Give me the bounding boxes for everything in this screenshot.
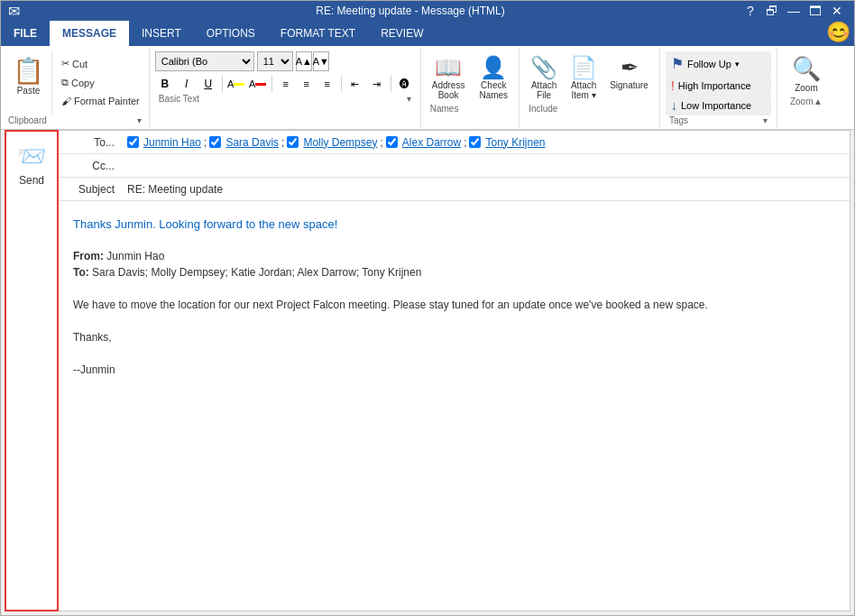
high-importance-icon: ! xyxy=(671,78,675,93)
to-checkbox-alex[interactable] xyxy=(386,136,398,148)
include-group: 📎 Attach File 📄 Attach Item ▾ ✒ Signatur… xyxy=(519,48,660,127)
clipboard-group-label: Clipboard ▾ xyxy=(5,115,145,127)
bold-button[interactable]: B xyxy=(155,74,175,94)
format-clear-button[interactable]: 🅐 xyxy=(395,74,415,94)
original-body: We have to move the location for our nex… xyxy=(73,297,835,313)
align-left-button[interactable]: ≡ xyxy=(276,74,296,94)
copy-button[interactable]: ⧉ Copy xyxy=(56,74,145,91)
title-bar-controls: ? 🗗 — 🗖 ✕ xyxy=(740,1,847,21)
cut-button[interactable]: ✂ Cut xyxy=(56,55,145,72)
basic-text-expand-icon[interactable]: ▾ xyxy=(407,94,411,104)
clipboard-group: 📋 Paste ✂ Cut ⧉ Copy 🖌 xyxy=(1,48,150,127)
signature-label: Signature xyxy=(610,80,648,90)
original-from-line: From: Junmin Hao xyxy=(73,248,835,264)
zoom-label: Zoom xyxy=(795,83,818,93)
font-size-select[interactable]: 11 xyxy=(257,51,293,71)
address-book-icon: 📖 xyxy=(435,55,462,80)
to-checkbox-junmin[interactable] xyxy=(127,136,139,148)
tab-insert[interactable]: INSERT xyxy=(129,21,194,46)
restore-button[interactable]: 🗗 xyxy=(762,1,782,21)
original-to-label: To: xyxy=(73,266,89,279)
send-label: Send xyxy=(19,174,44,187)
to-recipient-molly[interactable]: Molly Dempsey xyxy=(303,136,377,149)
follow-up-icon: ⚑ xyxy=(671,55,684,72)
include-group-label: Include xyxy=(525,104,654,115)
align-right-button[interactable]: ≡ xyxy=(317,74,337,94)
maximize-button[interactable]: 🗖 xyxy=(805,1,825,21)
cc-button[interactable]: Cc... xyxy=(59,157,122,175)
font-family-select[interactable]: Calibri (Bo xyxy=(155,51,254,71)
zoom-button[interactable]: 🔍 Zoom xyxy=(786,51,826,97)
to-checkbox-molly[interactable] xyxy=(287,136,299,148)
format-painter-icon: 🖌 xyxy=(61,96,71,106)
tab-message[interactable]: MESSAGE xyxy=(50,21,129,46)
low-importance-button[interactable]: ↓ Low Importance xyxy=(666,96,771,115)
emoji-button[interactable]: 😊 xyxy=(823,19,854,46)
cc-field[interactable] xyxy=(122,157,850,175)
low-importance-icon: ↓ xyxy=(671,98,677,113)
cc-row: Cc... xyxy=(59,154,850,178)
paste-icon: 📋 xyxy=(13,56,44,86)
check-names-icon: 👤 xyxy=(480,55,507,80)
tags-expand-icon[interactable]: ▾ xyxy=(763,115,768,125)
main-area: 📨 Send To... Junmin Hao ; Sara Davis ; M… xyxy=(5,130,850,611)
close-button[interactable]: ✕ xyxy=(827,1,847,21)
highlight-color-button[interactable]: A xyxy=(226,74,246,94)
tab-file[interactable]: FILE xyxy=(1,21,50,46)
font-size-increase[interactable]: A▲ xyxy=(296,51,312,71)
tab-review[interactable]: REVIEW xyxy=(368,21,436,46)
to-checkbox-sara[interactable] xyxy=(209,136,221,148)
cc-input[interactable] xyxy=(127,160,844,172)
email-body[interactable]: Thanks Junmin. Looking forward to the ne… xyxy=(59,201,850,611)
paste-button[interactable]: 📋 Paste xyxy=(5,51,52,115)
to-recipient-tony[interactable]: Tony Krijnen xyxy=(485,136,545,149)
format-painter-button[interactable]: 🖌 Format Painter xyxy=(56,93,145,109)
font-size-buttons: A▲ A▼ xyxy=(296,51,329,71)
signature-line: --Junmin xyxy=(73,362,835,378)
increase-indent-button[interactable]: ⇥ xyxy=(367,74,387,94)
font-size-decrease[interactable]: A▼ xyxy=(313,51,329,71)
cut-icon: ✂ xyxy=(61,58,69,69)
signature-icon: ✒ xyxy=(621,55,639,80)
tab-options[interactable]: OPTIONS xyxy=(194,21,268,46)
attach-file-button[interactable]: 📎 Attach File xyxy=(525,51,563,104)
font-color-button[interactable]: A xyxy=(248,74,268,94)
follow-up-button[interactable]: ⚑ Follow Up ▾ xyxy=(666,51,771,76)
subject-label: Subject xyxy=(59,180,122,198)
attach-item-label: Attach Item ▾ xyxy=(571,80,596,100)
subject-row: Subject RE: Meeting update xyxy=(59,178,850,201)
basic-text-group-label: Basic Text ▾ xyxy=(155,94,415,106)
decrease-indent-button[interactable]: ⇤ xyxy=(345,74,365,94)
to-button[interactable]: To... xyxy=(59,133,122,152)
to-checkbox-tony[interactable] xyxy=(469,136,481,148)
window: ✉ RE: Meeting update - Message (HTML) ? … xyxy=(0,0,855,616)
window-title: RE: Meeting update - Message (HTML) xyxy=(80,5,740,17)
address-book-button[interactable]: 📖 Address Book xyxy=(427,51,471,104)
check-names-button[interactable]: 👤 Check Names xyxy=(473,51,513,104)
to-recipient-sara[interactable]: Sara Davis xyxy=(225,136,279,149)
send-button[interactable]: 📨 Send xyxy=(5,135,59,194)
high-importance-button[interactable]: ! High Importance xyxy=(666,76,771,96)
address-book-label: Address Book xyxy=(432,80,465,100)
signature-button[interactable]: ✒ Signature xyxy=(604,51,654,104)
ribbon: 📋 Paste ✂ Cut ⧉ Copy 🖌 xyxy=(1,46,854,130)
minimize-button[interactable]: — xyxy=(784,1,804,21)
align-center-button[interactable]: ≡ xyxy=(297,74,317,94)
help-button[interactable]: ? xyxy=(740,1,760,21)
clipboard-expand-icon[interactable]: ▾ xyxy=(137,115,142,125)
tags-group-label: Tags ▾ xyxy=(666,115,771,127)
follow-up-dropdown-icon: ▾ xyxy=(735,60,740,69)
attach-item-button[interactable]: 📄 Attach Item ▾ xyxy=(565,51,602,104)
paste-label: Paste xyxy=(17,86,41,96)
italic-button[interactable]: I xyxy=(177,74,197,94)
underline-button[interactable]: U xyxy=(198,74,218,94)
send-column: 📨 Send xyxy=(5,130,59,611)
to-recipient-junmin[interactable]: Junmin Hao xyxy=(143,136,201,149)
original-to-list: Sara Davis; Molly Dempsey; Katie Jordan;… xyxy=(92,266,421,279)
to-recipient-alex[interactable]: Alex Darrow xyxy=(402,136,461,149)
tab-format-text[interactable]: FORMAT TEXT xyxy=(268,21,368,46)
ribbon-collapse-icon[interactable]: ▲ xyxy=(814,97,823,106)
zoom-icon: 🔍 xyxy=(792,55,821,83)
original-from-label: From: xyxy=(73,250,104,262)
follow-up-label: Follow Up xyxy=(687,59,731,69)
